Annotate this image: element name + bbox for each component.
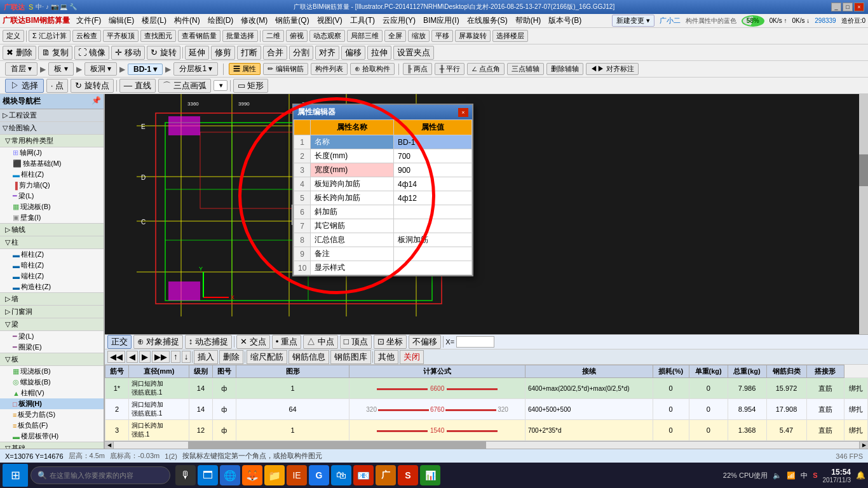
- screen-rotate-btn[interactable]: 屏幕旋转: [455, 30, 491, 42]
- grip-btn[interactable]: 设置夹点: [393, 46, 434, 60]
- midpoint-btn[interactable]: △ 中点: [303, 335, 338, 349]
- type-selector[interactable]: 板 ▾: [48, 62, 73, 76]
- item-kz[interactable]: ▬ 框柱(Z): [0, 249, 104, 260]
- subsection-window[interactable]: ▷ 门窗洞: [0, 306, 104, 318]
- prop-row-value[interactable]: [394, 261, 472, 275]
- edit-rebar-btn[interactable]: ✏ 编辑钢筋: [263, 63, 308, 75]
- taskbar-app-store[interactable]: 🛍: [331, 465, 351, 485]
- obj-snap-btn[interactable]: ⊕ 对象捕捉: [133, 335, 183, 349]
- new-change-btn[interactable]: 新建变更 ▾: [612, 15, 654, 27]
- angle-btn[interactable]: ∠ 点点角: [467, 63, 505, 75]
- item-az[interactable]: ▬ 暗柱(Z): [0, 260, 104, 271]
- aux-axis-btn[interactable]: 三点辅轴: [507, 63, 544, 75]
- hscroll-right[interactable]: ▶: [859, 442, 868, 449]
- select-floor-btn[interactable]: 选择楼层: [492, 30, 528, 42]
- item-lxb[interactable]: ◎ 螺旋板(B): [0, 377, 104, 388]
- menu-modify[interactable]: 修改(M): [237, 14, 271, 27]
- gxe-link[interactable]: 广小二: [660, 16, 681, 25]
- endpoint-btn[interactable]: • 重点: [272, 335, 301, 349]
- hscroll-thumb[interactable]: [188, 442, 486, 449]
- break-btn[interactable]: 打断: [237, 46, 261, 60]
- shape-selector[interactable]: ▾: [214, 80, 227, 91]
- menu-version[interactable]: 版本号(B): [545, 14, 585, 27]
- item-shearwall[interactable]: ▐ 剪力墙(Q): [0, 180, 104, 191]
- taskbar-app-taskview[interactable]: 🗖: [198, 465, 218, 485]
- cloud-check-btn[interactable]: 云检查: [72, 30, 101, 42]
- insert-row-btn[interactable]: 插入: [194, 350, 218, 364]
- view-rebar-btn[interactable]: 查看钢筋量: [178, 30, 220, 42]
- copy-btn[interactable]: 🗎 复制: [38, 46, 73, 60]
- item-niche[interactable]: ▣ 壁龛(I): [0, 212, 104, 223]
- prop-row-value[interactable]: 板洞加筋: [394, 233, 472, 247]
- batch-select-btn[interactable]: 批量选择: [222, 30, 258, 42]
- subsection-common[interactable]: ▽ 常用构件类型: [0, 135, 104, 147]
- prop-row-value[interactable]: [394, 247, 472, 261]
- delete-row-btn[interactable]: 删除: [219, 350, 243, 364]
- taskbar-app-ie[interactable]: IE: [287, 465, 307, 485]
- nav-up-btn[interactable]: ↑: [171, 351, 180, 363]
- item-ql[interactable]: ━ 圈梁(E): [0, 342, 104, 353]
- taskbar-app-gld2[interactable]: S: [398, 465, 418, 485]
- rebar-info-btn[interactable]: 钢筋信息: [288, 350, 329, 364]
- item-beam[interactable]: ━ 梁(L): [0, 191, 104, 201]
- item-xjb[interactable]: ▦ 现浇板(B): [0, 366, 104, 377]
- comp-list-btn[interactable]: 构件列表: [311, 63, 348, 75]
- view-top-btn[interactable]: 俯视: [286, 30, 308, 42]
- scale-rebar-btn[interactable]: 缩尺配筋: [247, 350, 287, 364]
- taskbar-app-mail[interactable]: 📧: [353, 465, 374, 485]
- vertex-btn[interactable]: □ 顶点: [340, 335, 372, 349]
- taskbar-app-firefox[interactable]: 🦊: [242, 465, 262, 485]
- item-lcbd[interactable]: ▬ 楼层板带(H): [0, 431, 104, 442]
- align-slab-btn[interactable]: 平齐板顶: [103, 30, 139, 42]
- line-tool-btn[interactable]: — 直线: [119, 79, 156, 93]
- menu-tools[interactable]: 工具(T): [346, 14, 379, 27]
- property-dialog-close[interactable]: ×: [458, 108, 468, 117]
- point-tool-btn[interactable]: · 点: [46, 79, 68, 93]
- rotate-btn[interactable]: ↻ 旋转: [147, 46, 180, 60]
- delete-btn[interactable]: ✖ 删除: [3, 46, 36, 60]
- item-dz[interactable]: ▬ 端柱(Z): [0, 271, 104, 281]
- taskbar-app-google[interactable]: G: [309, 465, 329, 485]
- taskbar-search[interactable]: 🔍 在这里输入你要搜索的内容: [31, 466, 170, 484]
- arc-tool-btn[interactable]: ⌒ 三点画弧: [158, 79, 211, 93]
- item-column[interactable]: ▬ 框柱(Z): [0, 169, 104, 180]
- item-zm[interactable]: ▲ 柱帽(V): [0, 388, 104, 398]
- move-btn[interactable]: ✛ 移动: [111, 46, 145, 60]
- menu-help[interactable]: 帮助(H): [512, 14, 545, 27]
- prop-row-value[interactable]: 4ф14: [394, 177, 472, 191]
- prop-row-value[interactable]: BD-1: [394, 135, 472, 149]
- nav-next-btn[interactable]: ▶: [139, 351, 151, 363]
- pick-comp-btn[interactable]: ⊕ 拾取构件: [350, 63, 395, 75]
- merge-btn[interactable]: 合并: [263, 46, 287, 60]
- prop-row-value[interactable]: 4ф12: [394, 191, 472, 205]
- pan-btn[interactable]: 平移: [431, 30, 453, 42]
- x-coord-input[interactable]: [456, 336, 494, 348]
- parallel-btn[interactable]: ╫ 平行: [435, 63, 465, 75]
- prop-row-value[interactable]: [394, 219, 472, 233]
- taskbar-app-cortana[interactable]: 🎙: [175, 465, 196, 485]
- section-drawing-input[interactable]: ▽ 绘图输入: [0, 122, 104, 135]
- del-aux-btn[interactable]: 删除辅轴: [546, 63, 583, 75]
- canvas-vscroll-thumb[interactable]: [859, 154, 868, 186]
- dyn-snap-btn[interactable]: ↕ 动态捕捉: [185, 335, 232, 349]
- component-selector[interactable]: BD-1 ▾: [128, 64, 163, 75]
- split-btn[interactable]: 分割: [289, 46, 313, 60]
- two-point-btn[interactable]: ╟ 两点: [403, 63, 433, 75]
- nav-last-btn[interactable]: ▶▶: [152, 351, 170, 363]
- taskbar-app-edge[interactable]: 🌐: [220, 465, 240, 485]
- item-bfj[interactable]: ≡ 板负筋(F): [0, 420, 104, 431]
- menu-floor[interactable]: 楼层(L): [138, 14, 170, 27]
- select-tool-btn[interactable]: ▷ 选择: [5, 79, 44, 93]
- close-button[interactable]: ×: [854, 3, 864, 11]
- intersection-btn[interactable]: ✕ 交点: [236, 335, 270, 349]
- find-elem-btn[interactable]: 查找图元: [140, 30, 176, 42]
- rebar-lib-btn[interactable]: 钢筋图库: [330, 350, 371, 364]
- hscroll[interactable]: ◀ ▶: [105, 441, 868, 449]
- orthogonal-btn[interactable]: 正交: [107, 335, 132, 349]
- start-button[interactable]: ⊞: [3, 464, 28, 487]
- trim-btn[interactable]: 修剪: [211, 46, 235, 60]
- menu-component[interactable]: 构件(N): [170, 14, 204, 27]
- maximize-button[interactable]: □: [843, 3, 853, 11]
- subtype-selector[interactable]: 板洞 ▾: [85, 62, 117, 76]
- no-offset-btn[interactable]: 不偏移: [409, 335, 441, 349]
